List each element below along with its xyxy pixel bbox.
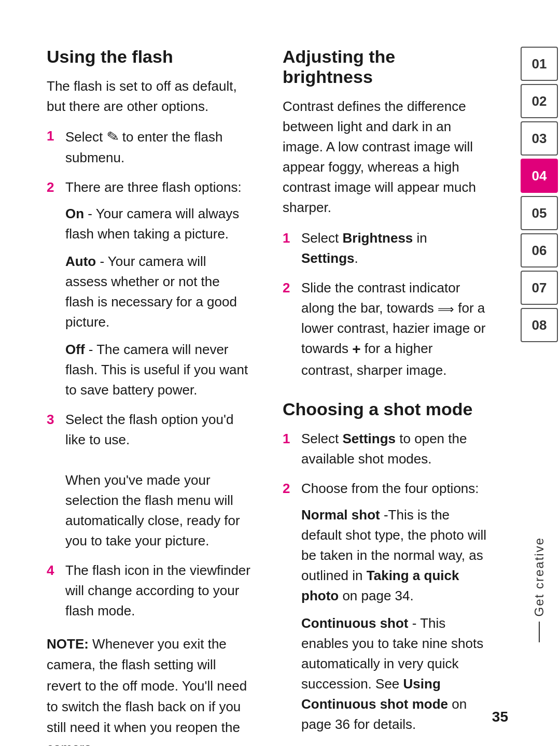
nav-label-02: 02 <box>532 93 547 109</box>
normal-shot-page: on page 34. <box>339 588 414 603</box>
flash-option-on: On - Your camera will always flash when … <box>65 204 251 244</box>
nav-label-03: 03 <box>532 131 547 147</box>
brightness-steps: 1 Select Brightness in Settings. 2 Slide… <box>283 228 487 381</box>
settings-bold: Settings <box>301 250 355 266</box>
right-column: Adjusting the brightness Contrast define… <box>283 47 487 746</box>
step-num-3: 3 <box>47 410 58 551</box>
b-step-1-text: Select Brightness in Settings. <box>301 228 487 269</box>
settings-bold-2: Settings <box>343 431 396 446</box>
sidebar-label: Get creative <box>532 537 547 616</box>
step-2-content: There are three flash options: On - Your… <box>65 177 251 400</box>
shot-section: Choosing a shot mode 1 Select Settings t… <box>283 399 487 735</box>
shot-step-1: 1 Select Settings to open the available … <box>283 429 487 469</box>
contrast-high-icon: + <box>352 339 360 360</box>
normal-shot-label: Normal shot <box>301 507 380 523</box>
b-step-2-text: Slide the contrast indicator along the b… <box>301 278 487 381</box>
sidebar-label-wrap: Get creative <box>519 537 560 642</box>
flash-step-3: 3 Select the flash option you'd like to … <box>47 410 251 551</box>
step-num-4: 4 <box>47 560 58 621</box>
brightness-bold: Brightness <box>343 230 413 246</box>
brightness-step-1: 1 Select Brightness in Settings. <box>283 228 487 269</box>
shot-title: Choosing a shot mode <box>283 399 487 419</box>
flash-intro: The flash is set to off as default, but … <box>47 76 251 117</box>
brightness-section: Adjusting the brightness Contrast define… <box>283 47 487 381</box>
nav-item-08[interactable]: 08 <box>521 308 558 342</box>
nav-label-05: 05 <box>532 205 547 221</box>
continuous-shot-option: Continuous shot - This enables you to ta… <box>301 613 487 735</box>
step-num-1: 1 <box>47 126 58 168</box>
brightness-step-2: 2 Slide the contrast indicator along the… <box>283 278 487 381</box>
step-3-content: Select the flash option you'd like to us… <box>65 410 251 551</box>
option-auto-label: Auto <box>65 254 96 269</box>
option-on-desc: - Your camera will always flash when tak… <box>65 206 239 242</box>
step-num-2: 2 <box>47 177 58 400</box>
nav-item-05[interactable]: 05 <box>521 196 558 230</box>
nav-item-06[interactable]: 06 <box>521 233 558 268</box>
option-off-label: Off <box>65 342 85 357</box>
brightness-intro: Contrast defines the difference between … <box>283 96 487 218</box>
sidebar-divider <box>539 622 540 642</box>
nav-label-06: 06 <box>532 243 547 259</box>
contrast-low-icon: ⟹ <box>438 301 454 318</box>
continuous-shot-label: Continuous shot <box>301 615 409 631</box>
page-number: 35 <box>492 709 508 725</box>
s-step-2-content: Choose from the four options: Normal sho… <box>301 478 487 735</box>
step-1-text: Select ✎ to enter the flash submenu. <box>65 126 251 168</box>
s-step-num-1: 1 <box>283 429 294 469</box>
option-on-label: On <box>65 206 84 221</box>
shot-options: Normal shot -This is the default shot ty… <box>301 505 487 735</box>
nav-item-07[interactable]: 07 <box>521 271 558 305</box>
step-4-text: The flash icon in the viewfinder will ch… <box>65 560 251 621</box>
flash-option-off: Off - The camera will never flash. This … <box>65 340 251 400</box>
page-container: Using the flash The flash is set to off … <box>0 0 560 746</box>
note-label: NOTE: <box>47 636 89 652</box>
nav-item-02[interactable]: 02 <box>521 84 558 118</box>
flash-step-2: 2 There are three flash options: On - Yo… <box>47 177 251 400</box>
note-text: Whenever you exit the camera, the flash … <box>47 636 247 746</box>
b-step-num-1: 1 <box>283 228 294 269</box>
nav-label-04: 04 <box>532 168 547 184</box>
option-off-desc: - The camera will never flash. This is u… <box>65 342 248 398</box>
flash-steps: 1 Select ✎ to enter the flash submenu. 2… <box>47 126 251 621</box>
flash-icon: ✎ <box>105 125 120 148</box>
nav-item-01[interactable]: 01 <box>521 47 558 81</box>
shot-steps: 1 Select Settings to open the available … <box>283 429 487 735</box>
b-step-num-2: 2 <box>283 278 294 381</box>
s-step-num-2: 2 <box>283 478 294 735</box>
flash-option-auto: Auto - Your camera will assess whether o… <box>65 251 251 332</box>
s-step-1-text: Select Settings to open the available sh… <box>301 429 487 469</box>
brightness-title: Adjusting the brightness <box>283 47 487 87</box>
nav-label-01: 01 <box>532 56 547 72</box>
flash-section: Using the flash The flash is set to off … <box>47 47 251 746</box>
flash-title: Using the flash <box>47 47 251 67</box>
flash-step-1: 1 Select ✎ to enter the flash submenu. <box>47 126 251 168</box>
normal-shot-option: Normal shot -This is the default shot ty… <box>301 505 487 606</box>
flash-step-4: 4 The flash icon in the viewfinder will … <box>47 560 251 621</box>
nav-item-04[interactable]: 04 <box>521 159 558 193</box>
two-col-layout: Using the flash The flash is set to off … <box>47 47 487 746</box>
flash-options: On - Your camera will always flash when … <box>65 204 251 400</box>
left-column: Using the flash The flash is set to off … <box>47 47 251 746</box>
nav-label-07: 07 <box>532 280 547 296</box>
nav-item-03[interactable]: 03 <box>521 121 558 156</box>
main-content: Using the flash The flash is set to off … <box>0 0 519 746</box>
note-block: NOTE: Whenever you exit the camera, the … <box>47 634 251 746</box>
shot-step-2: 2 Choose from the four options: Normal s… <box>283 478 487 735</box>
nav-label-08: 08 <box>532 317 547 333</box>
